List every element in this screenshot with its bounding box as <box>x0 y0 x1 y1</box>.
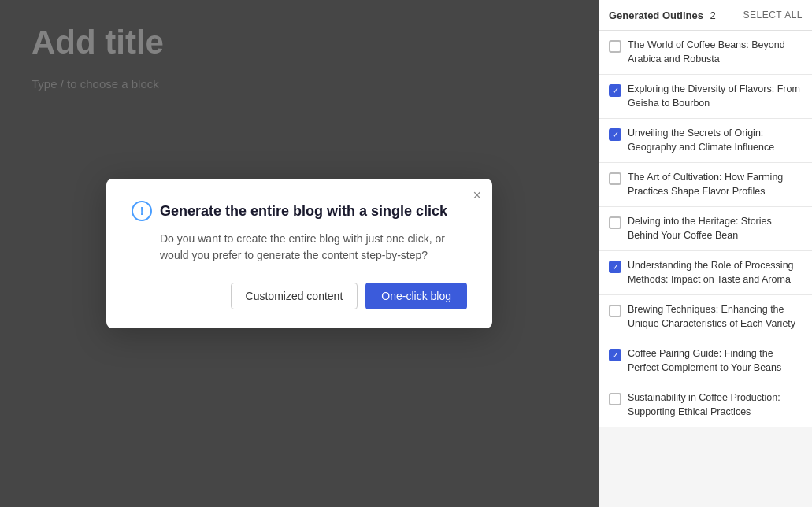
one-click-blog-button[interactable]: One-click blog <box>365 283 467 309</box>
outline-checkbox[interactable] <box>609 172 621 185</box>
modal-title-row: ! Generate the entire blog with a single… <box>132 201 467 221</box>
outline-text: Coffee Pairing Guide: Finding the Perfec… <box>628 347 803 375</box>
outline-text: Exploring the Diversity of Flavors: From… <box>628 83 803 110</box>
modal-description: Do you want to create the entire blog wi… <box>132 231 467 264</box>
outline-text: Brewing Techniques: Enhancing the Unique… <box>628 303 803 331</box>
modal-dialog: × ! Generate the entire blog with a sing… <box>106 179 492 328</box>
list-item[interactable]: Coffee Pairing Guide: Finding the Perfec… <box>599 339 812 383</box>
outline-checkbox[interactable] <box>609 349 621 361</box>
outline-checkbox[interactable] <box>609 261 621 273</box>
outline-checkbox[interactable] <box>609 216 621 229</box>
sidebar-title-group: Generated Outlines 2 <box>609 8 716 22</box>
select-all-button[interactable]: SELECT ALL <box>743 9 803 20</box>
outline-checkbox[interactable] <box>609 128 621 141</box>
customized-content-button[interactable]: Customized content <box>231 283 358 309</box>
sidebar-header: Generated Outlines 2 SELECT ALL <box>599 0 812 31</box>
list-item[interactable]: The Art of Cultivation: How Farming Prac… <box>599 163 812 207</box>
list-item[interactable]: Delving into the Heritage: Stories Behin… <box>599 207 812 251</box>
outline-text: The Art of Cultivation: How Farming Prac… <box>628 171 803 198</box>
outline-checkbox[interactable] <box>609 40 621 53</box>
outline-checkbox[interactable] <box>609 393 621 405</box>
modal-overlay: × ! Generate the entire blog with a sing… <box>0 0 599 507</box>
list-item[interactable]: Understanding the Role of Processing Met… <box>599 251 812 295</box>
list-item[interactable]: Exploring the Diversity of Flavors: From… <box>599 75 812 119</box>
outline-checkbox[interactable] <box>609 84 621 97</box>
outline-list: The World of Coffee Beans: Beyond Arabic… <box>599 31 812 427</box>
modal-close-button[interactable]: × <box>473 188 481 202</box>
outline-checkbox[interactable] <box>609 305 621 317</box>
outline-text: Delving into the Heritage: Stories Behin… <box>628 215 803 242</box>
list-item[interactable]: Unveiling the Secrets of Origin: Geograp… <box>599 119 812 163</box>
sidebar-title: Generated Outlines <box>609 9 703 21</box>
outline-text: Understanding the Role of Processing Met… <box>628 259 803 287</box>
list-item[interactable]: The World of Coffee Beans: Beyond Arabic… <box>599 31 812 75</box>
outline-text: Unveiling the Secrets of Origin: Geograp… <box>628 127 803 154</box>
modal-title: Generate the entire blog with a single c… <box>160 203 447 220</box>
outline-text: The World of Coffee Beans: Beyond Arabic… <box>628 39 803 66</box>
alert-icon: ! <box>132 201 152 221</box>
modal-actions: Customized content One-click blog <box>132 283 467 309</box>
list-item[interactable]: Brewing Techniques: Enhancing the Unique… <box>599 295 812 339</box>
sidebar: Generated Outlines 2 SELECT ALL The Worl… <box>599 0 812 507</box>
outline-text: Sustainability in Coffee Production: Sup… <box>628 391 803 419</box>
list-item[interactable]: Sustainability in Coffee Production: Sup… <box>599 383 812 427</box>
sidebar-count: 2 <box>710 9 715 21</box>
